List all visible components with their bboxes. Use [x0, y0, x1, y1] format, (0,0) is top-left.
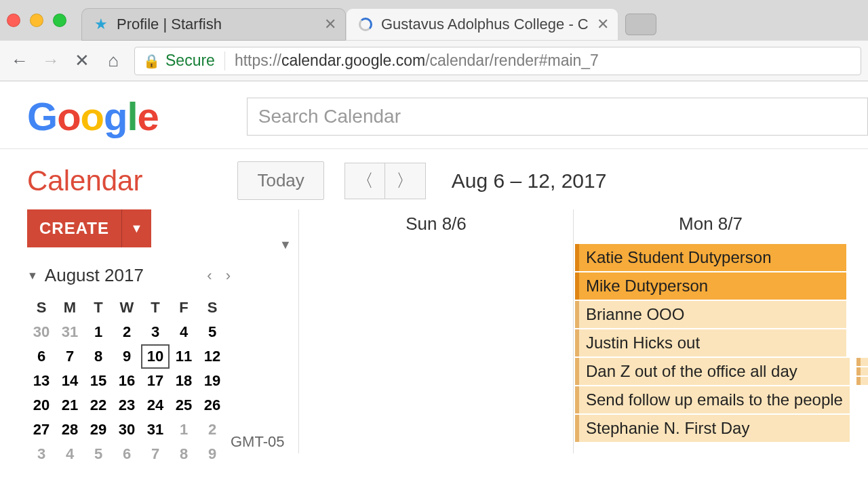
- mini-day[interactable]: 1: [170, 418, 198, 442]
- calendar-toolbar: Calendar Today 〈 〉 Aug 6 – 12, 2017: [0, 149, 868, 209]
- event[interactable]: Dan Z out of the office all day: [575, 358, 850, 385]
- event[interactable]: [856, 377, 868, 385]
- expand-allday-icon[interactable]: ▼: [279, 238, 292, 252]
- mini-day[interactable]: 25: [170, 393, 198, 418]
- mini-day[interactable]: 30: [27, 320, 56, 344]
- mini-day[interactable]: 27: [27, 418, 56, 442]
- mini-day[interactable]: 15: [84, 369, 113, 393]
- app-header: Google Search Calendar: [0, 81, 868, 149]
- loading-icon: [358, 17, 373, 32]
- mini-day[interactable]: 9: [198, 442, 226, 466]
- chevron-down-icon[interactable]: ▼: [27, 270, 38, 282]
- create-button[interactable]: CREATE ▼: [27, 209, 151, 247]
- mini-day[interactable]: 8: [170, 442, 198, 466]
- event[interactable]: Katie Student Dutyperson: [575, 244, 846, 271]
- tab-starfish[interactable]: ★ Profile | Starfish ✕: [81, 8, 346, 41]
- day-header: Mon 8/7: [574, 214, 848, 235]
- mini-day[interactable]: 4: [56, 442, 84, 466]
- next-week-button[interactable]: 〉: [385, 163, 426, 199]
- mini-day[interactable]: 28: [56, 418, 84, 442]
- mini-dow: T: [84, 296, 113, 320]
- mini-day[interactable]: 12: [198, 344, 226, 369]
- mini-day[interactable]: 23: [113, 393, 141, 418]
- mini-calendar[interactable]: SMTWTFS 30311234567891011121314151617181…: [27, 296, 226, 466]
- event[interactable]: [856, 358, 868, 366]
- close-icon[interactable]: ✕: [324, 16, 336, 33]
- forward-button[interactable]: →: [38, 48, 64, 74]
- search-input[interactable]: Search Calendar: [247, 98, 868, 136]
- mini-day[interactable]: 22: [84, 393, 113, 418]
- event[interactable]: Send follow up emails to the people: [575, 386, 850, 413]
- mini-dow: W: [113, 296, 141, 320]
- mini-day[interactable]: 2: [113, 320, 141, 344]
- mini-day[interactable]: 1: [84, 320, 113, 344]
- mini-day[interactable]: 31: [141, 418, 170, 442]
- mini-day[interactable]: 20: [27, 393, 56, 418]
- mini-day[interactable]: 19: [198, 369, 226, 393]
- address-field[interactable]: 🔒 Secure https:// calendar.google.com /c…: [134, 47, 861, 75]
- mini-day[interactable]: 3: [141, 320, 170, 344]
- chevron-down-icon[interactable]: ▼: [121, 209, 151, 247]
- mini-day[interactable]: 29: [84, 418, 113, 442]
- mini-day[interactable]: 5: [84, 442, 113, 466]
- mini-dow: S: [27, 296, 56, 320]
- event[interactable]: [856, 367, 868, 375]
- mini-day[interactable]: 7: [141, 442, 170, 466]
- mini-prev-button[interactable]: ‹: [207, 267, 212, 285]
- mini-day[interactable]: 6: [27, 344, 56, 369]
- mini-day[interactable]: 9: [113, 344, 141, 369]
- close-icon[interactable]: ✕: [597, 16, 609, 33]
- mini-day[interactable]: 21: [56, 393, 84, 418]
- mini-dow: S: [198, 296, 226, 320]
- mini-day[interactable]: 2: [198, 418, 226, 442]
- mini-day[interactable]: 10: [141, 344, 170, 369]
- mini-day[interactable]: 3: [27, 442, 56, 466]
- url-host: calendar.google.com: [281, 52, 425, 70]
- event[interactable]: Mike Dutyperson: [575, 272, 846, 300]
- prev-week-button[interactable]: 〈: [344, 163, 385, 199]
- allday-stack: Katie Student DutypersonMike DutypersonB…: [574, 244, 848, 443]
- mini-day[interactable]: 4: [170, 320, 198, 344]
- divider: [224, 52, 225, 70]
- browser-tab-strip: ★ Profile | Starfish ✕ Gustavus Adolphus…: [0, 0, 868, 41]
- fullscreen-window[interactable]: [53, 14, 66, 27]
- mini-day[interactable]: 14: [56, 369, 84, 393]
- mini-day[interactable]: 17: [141, 369, 170, 393]
- url-bar: ← → ✕ ⌂ 🔒 Secure https:// calendar.googl…: [0, 41, 868, 81]
- today-button[interactable]: Today: [237, 161, 323, 200]
- minimize-window[interactable]: [30, 14, 43, 27]
- star-icon: ★: [94, 17, 108, 32]
- url-path: /calendar/render#main_7: [425, 52, 599, 70]
- timezone-label: GMT-05: [231, 433, 284, 451]
- google-logo[interactable]: Google: [27, 94, 159, 139]
- mini-day[interactable]: 18: [170, 369, 198, 393]
- mini-day[interactable]: 30: [113, 418, 141, 442]
- mini-day[interactable]: 8: [84, 344, 113, 369]
- event[interactable]: Stephanie N. First Day: [575, 415, 850, 442]
- mini-dow: M: [56, 296, 84, 320]
- tab-gustavus[interactable]: Gustavus Adolphus College - C ✕: [346, 8, 618, 41]
- mini-day[interactable]: 26: [198, 393, 226, 418]
- mini-day[interactable]: 7: [56, 344, 84, 369]
- mini-day[interactable]: 31: [56, 320, 84, 344]
- event[interactable]: Justin Hicks out: [575, 329, 846, 357]
- back-button[interactable]: ←: [7, 48, 33, 74]
- mini-day[interactable]: 13: [27, 369, 56, 393]
- mini-month-header: ▼ August 2017 ‹ ›: [27, 265, 231, 286]
- mini-month-label: August 2017: [45, 265, 144, 286]
- close-window[interactable]: [7, 14, 20, 27]
- mini-day[interactable]: 11: [170, 344, 198, 369]
- app-title: Calendar: [27, 165, 142, 197]
- mini-day[interactable]: 6: [113, 442, 141, 466]
- new-tab-button[interactable]: [625, 14, 656, 35]
- stop-button[interactable]: ✕: [69, 48, 95, 74]
- mini-day[interactable]: 16: [113, 369, 141, 393]
- home-button[interactable]: ⌂: [100, 48, 126, 74]
- mini-day[interactable]: 24: [141, 393, 170, 418]
- day-column: Sun 8/6: [298, 209, 573, 453]
- sidebar: CREATE ▼ ▼ August 2017 ‹ › SMTWTFS 30311…: [27, 209, 231, 466]
- event[interactable]: Brianne OOO: [575, 301, 846, 328]
- mini-day[interactable]: 5: [198, 320, 226, 344]
- mini-next-button[interactable]: ›: [226, 267, 231, 285]
- url-scheme: https://: [235, 52, 281, 70]
